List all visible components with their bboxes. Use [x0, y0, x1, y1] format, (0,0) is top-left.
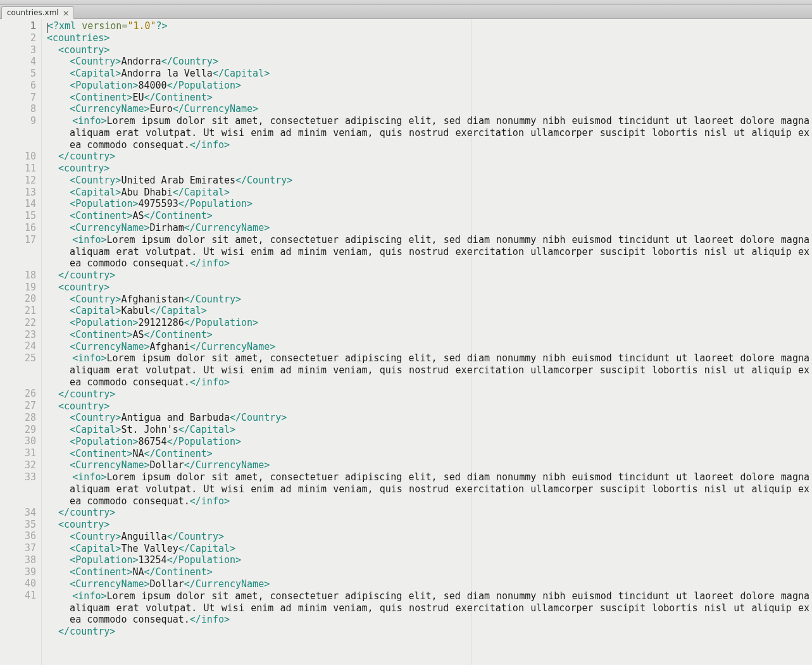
line-number-gutter: 1234567891011121314151617181920212223242…	[0, 19, 42, 665]
code-content[interactable]: <?xml version="1.0"?><countries> <countr…	[42, 19, 812, 638]
toolbar-strip	[0, 0, 812, 5]
tab-bar: countries.xml ×	[0, 5, 812, 19]
close-icon[interactable]: ×	[63, 9, 70, 17]
tab-title: countries.xml	[7, 8, 59, 17]
editor: 1234567891011121314151617181920212223242…	[0, 19, 812, 665]
code-area[interactable]: <?xml version="1.0"?><countries> <countr…	[42, 19, 812, 665]
tab-countries-xml[interactable]: countries.xml ×	[1, 6, 74, 19]
